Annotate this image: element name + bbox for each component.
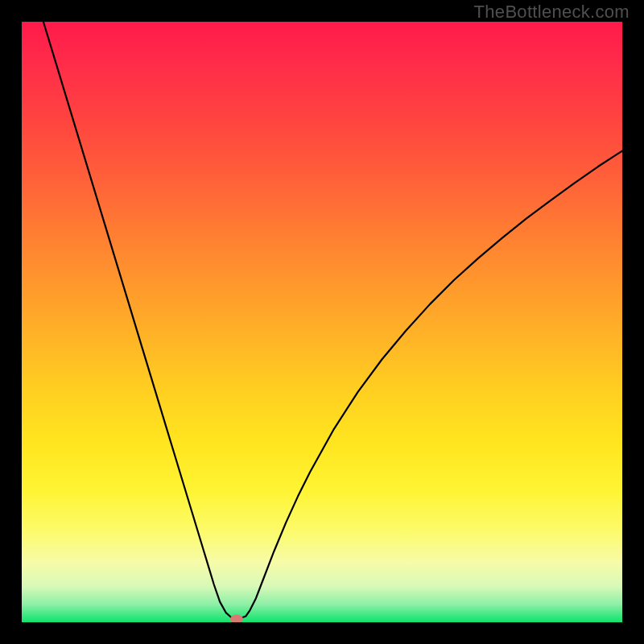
chart-frame: TheBottleneck.com	[0, 0, 644, 644]
plot-area	[22, 22, 622, 622]
bottleneck-curve	[22, 22, 622, 622]
optimal-point-marker	[230, 615, 243, 622]
watermark-text: TheBottleneck.com	[474, 2, 630, 23]
